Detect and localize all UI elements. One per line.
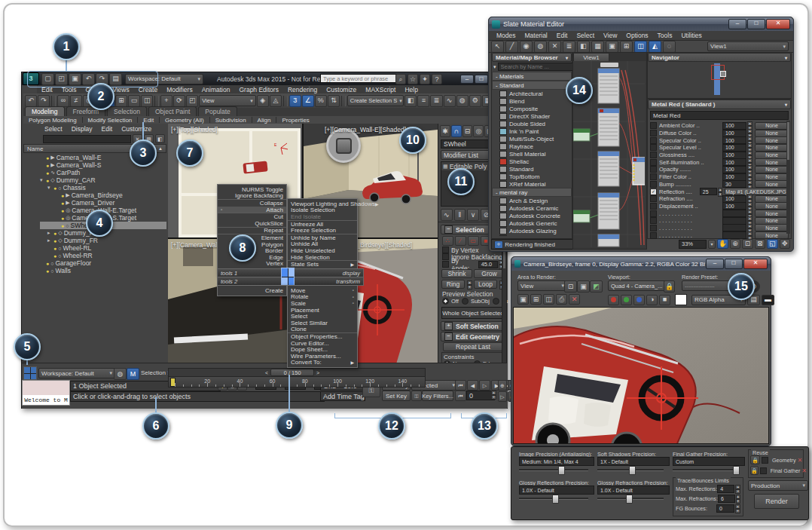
param-value-field[interactable]: 100	[722, 195, 746, 203]
quad-item-move[interactable]: Move▫	[288, 287, 357, 294]
prev-key-icon[interactable]: ◀	[467, 380, 478, 391]
highlighted-tool-icon[interactable]	[336, 138, 352, 154]
preview-radio-off[interactable]: Off	[442, 298, 459, 305]
quad-item-ignore-backfacing[interactable]: Ignore Backfacing	[218, 193, 286, 200]
viewport-sync-icon[interactable]: ◩	[590, 280, 603, 293]
select-by-name-icon[interactable]: ⊞	[115, 95, 127, 107]
browser-group--mental-ray[interactable]: - mental ray	[492, 188, 572, 197]
quad-item-quickslice[interactable]: QuickSlice	[218, 220, 286, 227]
blue-channel-icon[interactable]	[633, 295, 645, 305]
quad-item-attach[interactable]: ▫Attach	[218, 207, 286, 213]
viewport-wall-e-label[interactable]: [+][Camera_Wall-E][Shaded]	[325, 126, 406, 133]
sign-in-icon[interactable]: ☆	[408, 74, 418, 84]
render-setup-icon[interactable]: ⚙	[469, 95, 481, 107]
param-value-field[interactable]: 100	[722, 152, 746, 159]
grow-button[interactable]: Grow	[474, 269, 505, 278]
undo-icon[interactable]: ↶	[25, 95, 37, 107]
motion-tab-icon[interactable]: ◎	[473, 125, 484, 137]
area-to-render-dropdown[interactable]: View▾	[517, 280, 567, 291]
browser-item-double-sided[interactable]: Double Sided	[492, 120, 572, 127]
param-value-field[interactable]: 100	[722, 130, 746, 137]
reuse-geometry-checkbox[interactable]	[762, 457, 768, 464]
explorer-menu-customize[interactable]: Customize	[117, 124, 156, 133]
menu-customize[interactable]: Customize	[322, 85, 361, 94]
select-and-move-icon[interactable]: +	[160, 95, 172, 107]
param-value-field[interactable]	[722, 224, 746, 231]
param-map-button[interactable]: None	[755, 231, 789, 239]
param-map-button[interactable]: None	[755, 180, 789, 188]
param-map-button[interactable]: None	[755, 173, 789, 181]
param-map-button[interactable]: Map #1 (LAKEDUSK.JPG)	[725, 188, 789, 195]
layer-manager-icon[interactable]: ≣	[430, 95, 442, 107]
browser-item-autodesk-glazing[interactable]: Autodesk Glazing	[492, 227, 572, 234]
bulb-icon[interactable]: ●	[46, 170, 49, 176]
param-checkbox[interactable]	[650, 137, 657, 144]
key-filters-button[interactable]: Key Filters...	[422, 391, 453, 401]
track-bar-ruler[interactable]: 20406080100120140	[168, 376, 426, 388]
put-to-library-icon[interactable]: ◉	[520, 41, 533, 53]
scene-explorer-search-input[interactable]	[43, 135, 131, 143]
bulb-icon[interactable]: ●	[46, 268, 49, 274]
named-selection-dropdown[interactable]: Create Selection S▾	[347, 95, 404, 106]
edge-subobject-icon[interactable]: ∕	[455, 236, 466, 246]
rendered-image[interactable]	[513, 307, 769, 444]
hide-unused-nodeslots-icon[interactable]: ◧	[577, 41, 590, 53]
zoom-region-icon2[interactable]: ⊡	[742, 239, 752, 249]
param-value-field[interactable]	[722, 231, 746, 239]
param-checkbox[interactable]	[650, 232, 657, 239]
quad-item-viewport-lighting-and-shadows[interactable]: Viewport Lighting and Shadows▶	[288, 201, 357, 207]
repeat-last-button[interactable]: Repeat Last	[443, 342, 503, 351]
param-checkbox[interactable]	[650, 144, 657, 151]
bulb-icon[interactable]: ●	[61, 201, 64, 206]
material-name-field[interactable]: Metal Red	[650, 111, 789, 120]
browser-item-autodesk-ceramic[interactable]: Autodesk Ceramic	[492, 204, 572, 212]
browser-item-multi-sub-object[interactable]: Multi/Sub-Object	[492, 135, 572, 142]
quad-item-create[interactable]: Create	[218, 287, 286, 294]
monochrome-icon[interactable]: ■	[659, 295, 670, 305]
browser-search-input[interactable]	[498, 63, 577, 71]
show-grid-icon[interactable]: ⊞	[620, 41, 633, 53]
quad-item-nurms-toggle[interactable]: NURMS Toggle	[218, 186, 286, 193]
graph-editors-icon[interactable]: ∿	[444, 95, 456, 107]
lock-viewport-icon[interactable]: 🔒	[664, 280, 675, 293]
params-scrollbar[interactable]	[786, 121, 790, 234]
show-end-result-icon[interactable]: ‖	[454, 209, 466, 221]
param-value-field[interactable]: 25	[700, 188, 717, 195]
expand-arrow-icon[interactable]: ▸	[47, 237, 52, 244]
set-key-button[interactable]: Set Key	[382, 391, 411, 401]
snaps-toggle-icon[interactable]: 3	[289, 95, 301, 107]
save-image-icon[interactable]: ▣	[517, 294, 529, 305]
bulb-icon[interactable]: ●	[61, 223, 64, 228]
maximize-button[interactable]: □	[475, 75, 488, 84]
pin-stack-icon[interactable]: ∿	[441, 209, 453, 221]
browser-item-raytrace[interactable]: Raytrace	[492, 142, 572, 150]
browser-item-ink-n-paint[interactable]: Ink 'n Paint	[492, 127, 572, 135]
slate-menu-select[interactable]: Select	[572, 31, 599, 40]
zoom-dropdown-arrow[interactable]: ▾	[708, 240, 716, 249]
tree-item-wheel-rl[interactable]: ●○Wheel-RL	[40, 244, 166, 252]
quad-item-rotate[interactable]: Rotate▫	[288, 294, 357, 301]
param-checkbox[interactable]	[650, 195, 657, 202]
green-channel-icon[interactable]	[621, 295, 632, 305]
browser-item-composite[interactable]: Composite	[492, 105, 572, 112]
param-value-field[interactable]: 100	[722, 158, 746, 166]
pan-to-selected-icon[interactable]: ✥	[780, 239, 790, 249]
quad-item-hide-selection[interactable]: Hide Selection	[288, 254, 357, 261]
quad-item-object-properties-[interactable]: Object Properties...	[288, 332, 357, 340]
browser-item-autodesk-generic[interactable]: Autodesk Generic	[492, 219, 572, 227]
navigator-title[interactable]: Navigator▾	[648, 53, 791, 62]
ribbon-tab-modeling[interactable]: Modeling	[25, 106, 65, 116]
redo-icon[interactable]: ↷	[38, 95, 50, 107]
align-icon[interactable]: ≡	[417, 95, 429, 107]
param-value-field[interactable]: 100	[722, 144, 746, 152]
menu-rendering[interactable]: Rendering	[283, 85, 322, 94]
bulb-icon[interactable]: ●	[46, 261, 49, 266]
ribbon-tab-selection[interactable]: Selection	[107, 106, 147, 116]
quad-item-end-isolate[interactable]: End Isolate	[288, 213, 357, 220]
tree-item-dummy-car[interactable]: ▾●◇Dummy_CAR	[40, 176, 166, 184]
menu-modifiers[interactable]: Modifiers	[162, 85, 197, 94]
slate-menu-tools[interactable]: Tools	[653, 31, 677, 40]
modify-tab-icon[interactable]: ∩	[451, 125, 462, 137]
quad-item-collapse[interactable]: Collapse	[218, 199, 286, 207]
slate-menu-modes[interactable]: Modes	[492, 31, 520, 40]
